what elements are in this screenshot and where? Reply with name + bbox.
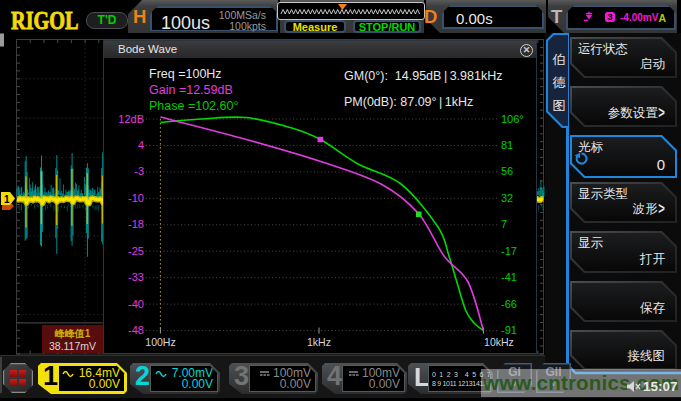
svg-text:106°: 106° xyxy=(501,113,524,125)
svg-text:4: 4 xyxy=(138,139,144,151)
svg-text:-3: -3 xyxy=(134,165,144,177)
svg-text:-66: -66 xyxy=(501,298,517,310)
svg-text:12dB: 12dB xyxy=(118,113,144,125)
svg-text:-10: -10 xyxy=(128,192,144,204)
svg-text:1: 1 xyxy=(4,194,10,205)
svg-text:-25: -25 xyxy=(128,245,144,257)
svg-text:-18: -18 xyxy=(128,218,144,230)
svg-text:-41: -41 xyxy=(501,271,517,283)
svg-text:-40: -40 xyxy=(128,298,144,310)
svg-text:-48: -48 xyxy=(128,324,144,336)
svg-text:7: 7 xyxy=(501,218,507,230)
svg-text:-91: -91 xyxy=(501,324,517,336)
svg-text:-33: -33 xyxy=(128,271,144,283)
svg-text:81: 81 xyxy=(501,139,513,151)
svg-text:100Hz: 100Hz xyxy=(145,336,175,348)
svg-text:56: 56 xyxy=(501,165,513,177)
svg-text:32: 32 xyxy=(501,192,513,204)
svg-text:10kHz: 10kHz xyxy=(484,336,514,348)
svg-text:1kHz: 1kHz xyxy=(307,336,331,348)
svg-text:-17: -17 xyxy=(501,245,517,257)
